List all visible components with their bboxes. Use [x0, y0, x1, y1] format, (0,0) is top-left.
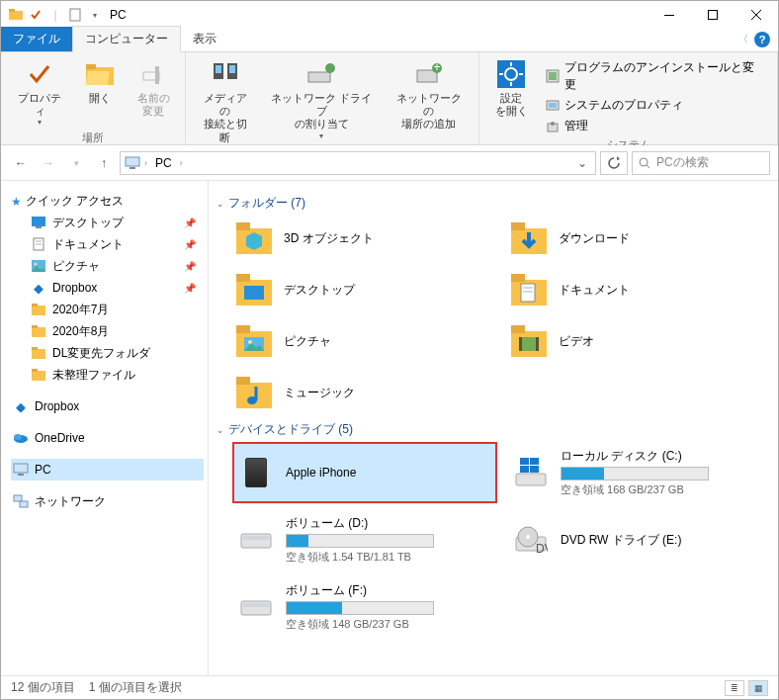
tree-pc[interactable]: PC [11, 459, 204, 481]
drive-c[interactable]: ローカル ディスク (C:) 空き領域 168 GB/237 GB [507, 442, 772, 503]
3dobjects-icon [234, 219, 274, 258]
svg-rect-54 [14, 495, 22, 501]
rename-button[interactable]: 名前の 変更 [130, 56, 177, 120]
group-label-location: 場所 [82, 129, 104, 145]
qat-new-icon[interactable] [66, 6, 84, 24]
svg-rect-4 [709, 11, 718, 20]
chevron-right-icon[interactable]: › [144, 158, 147, 168]
view-details-button[interactable]: ≣ [725, 680, 744, 696]
svg-rect-31 [126, 157, 139, 166]
tree-dropbox[interactable]: ◆Dropbox [11, 395, 204, 417]
folder-videos[interactable]: ビデオ [507, 318, 772, 364]
search-box[interactable]: PCの検索 [632, 151, 770, 175]
tree-documents[interactable]: ドキュメント📌 [29, 233, 204, 255]
tab-view[interactable]: 表示 [181, 27, 228, 51]
folder-desktop[interactable]: デスクトップ [232, 267, 497, 312]
titlebar: | ▾ PC [1, 1, 778, 29]
address-bar[interactable]: › PC › ⌄ [120, 151, 596, 175]
ribbon-group-location: プロパティ ▾ 開く 名前の 変更 場所 [1, 52, 186, 144]
tree-unsorted[interactable]: 未整理ファイル [29, 364, 204, 386]
tab-computer[interactable]: コンピューター [72, 26, 181, 52]
network-icon [13, 493, 29, 509]
svg-rect-36 [36, 226, 42, 228]
tree-quick-access[interactable]: ★クイック アクセス [11, 191, 204, 212]
dropbox-icon: ◆ [13, 398, 29, 414]
tree-2020-8[interactable]: 2020年8月 [29, 320, 204, 342]
nav-back-button[interactable]: ← [9, 151, 33, 175]
pin-icon: 📌 [184, 218, 202, 228]
section-folders[interactable]: ⌄フォルダー (7) [215, 189, 772, 216]
onedrive-icon [13, 430, 29, 446]
qat-dropdown-icon[interactable]: ▾ [86, 6, 104, 24]
properties-button[interactable]: プロパティ ▾ [9, 56, 70, 129]
svg-rect-28 [549, 103, 557, 108]
qat-properties-icon[interactable] [27, 6, 44, 24]
drive-icon [236, 587, 276, 627]
content-area[interactable]: ⌄フォルダー (7) 3D オブジェクト ダウンロード デスクトップ ドキュメン… [209, 181, 778, 675]
device-iphone[interactable]: Apple iPhone [232, 442, 497, 503]
tree-pictures[interactable]: ピクチャ📌 [29, 255, 204, 277]
ribbon-help: 〈 ? [731, 28, 778, 51]
breadcrumb-pc[interactable]: PC [151, 154, 176, 172]
drive-dvd[interactable]: DVD DVD RW ドライブ (E:) [507, 509, 772, 570]
add-network-button[interactable]: + ネットワークの 場所の追加 [388, 56, 472, 133]
svg-rect-70 [236, 325, 250, 333]
help-icon[interactable]: ? [754, 32, 770, 47]
folder-icon [31, 302, 46, 317]
address-dropdown-icon[interactable]: ⌄ [573, 156, 591, 170]
tab-file[interactable]: ファイル [1, 27, 72, 51]
open-button[interactable]: 開く [76, 56, 124, 107]
svg-rect-87 [243, 536, 269, 540]
close-button[interactable] [735, 1, 778, 29]
tree-dropbox-pin[interactable]: ◆Dropbox📌 [29, 277, 204, 299]
svg-rect-79 [236, 377, 250, 385]
pc-icon [13, 462, 29, 478]
folder-documents[interactable]: ドキュメント [507, 267, 772, 312]
dropdown-icon: ▾ [38, 118, 42, 127]
svg-rect-49 [32, 369, 38, 372]
section-devices[interactable]: ⌄デバイスとドライブ (5) [215, 415, 772, 442]
uninstall-button[interactable]: プログラムのアンインストールと変更 [541, 58, 769, 94]
map-drive-button[interactable]: ネットワーク ドライブ の割り当て ▾ [262, 56, 382, 142]
tree-dl-dest[interactable]: DL変更先フォルダ [29, 342, 204, 364]
tree-2020-7[interactable]: 2020年7月 [29, 299, 204, 320]
nav-tree[interactable]: ★クイック アクセス デスクトップ📌 ドキュメント📌 ピクチャ📌 ◆Dropbo… [1, 181, 209, 675]
svg-rect-6 [86, 64, 96, 69]
drive-d[interactable]: ボリューム (D:) 空き領域 1.54 TB/1.81 TB [232, 509, 497, 570]
svg-rect-47 [32, 347, 38, 350]
maximize-button[interactable] [691, 1, 735, 29]
desktop-icon [31, 215, 46, 230]
folder-pictures[interactable]: ピクチャ [232, 318, 497, 364]
nav-recent-dropdown[interactable]: ▾ [64, 151, 88, 175]
folder-music[interactable]: ミュージック [232, 370, 497, 415]
svg-rect-2 [70, 9, 80, 21]
pin-icon: 📌 [184, 261, 202, 272]
uninstall-icon [545, 68, 561, 84]
tree-onedrive[interactable]: OneDrive [11, 427, 204, 449]
chevron-right-icon[interactable]: › [180, 158, 183, 168]
folder-3dobjects[interactable]: 3D オブジェクト [232, 216, 497, 261]
media-button[interactable]: メディアの 接続と切断 ▾ [194, 56, 256, 155]
svg-rect-85 [530, 466, 539, 473]
system-properties-button[interactable]: システムのプロパティ [541, 96, 769, 115]
nav-up-button[interactable]: ↑ [92, 151, 116, 175]
drives-grid: Apple iPhone ローカル ディスク (C:) 空き領域 168 GB/… [215, 442, 772, 638]
add-network-icon: + [413, 58, 445, 90]
manage-button[interactable]: 管理 [541, 117, 769, 135]
tree-desktop[interactable]: デスクトップ📌 [29, 212, 204, 233]
status-selected: 1 個の項目を選択 [89, 679, 182, 696]
folder-downloads[interactable]: ダウンロード [507, 216, 772, 261]
tree-network[interactable]: ネットワーク [11, 490, 204, 512]
drive-f[interactable]: ボリューム (F:) 空き領域 148 GB/237 GB [232, 576, 497, 638]
pin-icon: 📌 [184, 283, 202, 294]
svg-rect-62 [236, 274, 250, 282]
refresh-button[interactable] [600, 151, 628, 175]
collapse-ribbon-icon[interactable]: 〈 [738, 33, 748, 46]
view-tiles-button[interactable]: ▦ [748, 680, 768, 696]
open-settings-button[interactable]: 設定 を開く [487, 56, 535, 120]
view-switcher: ≣ ▦ [725, 680, 768, 696]
qat-divider-icon: | [46, 6, 64, 24]
nav-forward-button[interactable]: → [37, 151, 60, 175]
svg-point-33 [640, 158, 648, 166]
minimize-button[interactable] [648, 1, 691, 29]
